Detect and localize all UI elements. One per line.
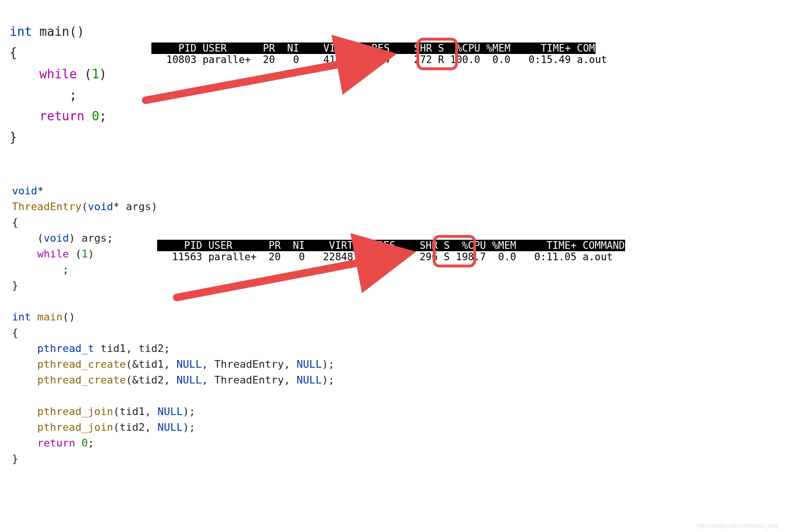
watermark: https://blog.csdn.net/Hanoi_ahoj: [697, 522, 778, 529]
cpu-highlight-2: [433, 235, 476, 267]
cpu-highlight-1: [416, 38, 458, 70]
arrow-1: [141, 48, 399, 119]
code-threads: void* ThreadEntry(void* args) { (void) a…: [12, 167, 335, 482]
svg-line-0: [146, 56, 382, 100]
code-main-loop: int main() { while (1) ; return 0; }: [10, 0, 107, 169]
